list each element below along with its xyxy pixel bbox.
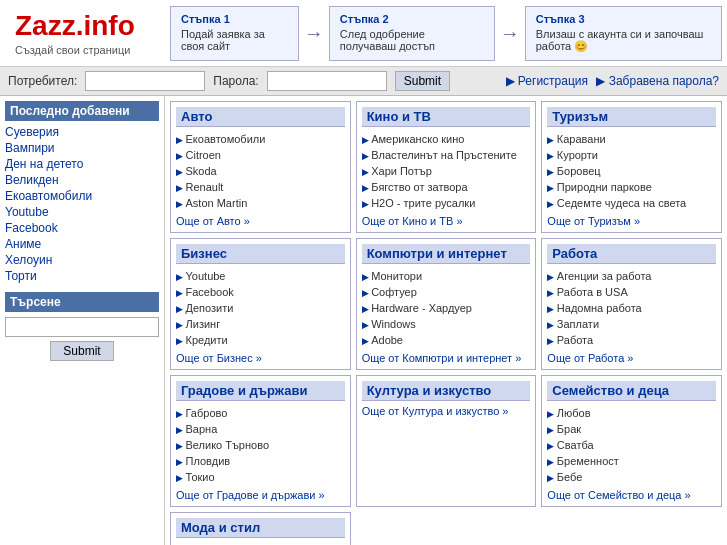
pass-input[interactable] (267, 71, 387, 91)
category-title: Семейство и деца (547, 381, 716, 401)
list-item: H2O - трите русалки (362, 195, 531, 211)
list-item: Aston Martin (176, 195, 345, 211)
category-link[interactable]: Работа (557, 334, 593, 346)
list-item: Бременност (547, 453, 716, 469)
category-link[interactable]: Renault (186, 181, 224, 193)
category-link[interactable]: Надомна работа (557, 302, 642, 314)
search-section: Търсене Търси (5, 292, 159, 361)
steps: Стъпка 1 Подай заявка за своя сайт → Стъ… (170, 5, 722, 61)
category-link[interactable]: Габрово (186, 407, 228, 419)
category-link[interactable]: Хари Потър (371, 165, 432, 177)
category-more-link[interactable]: Още от Кино и ТВ » (362, 215, 463, 227)
category-link[interactable]: Каравани (557, 133, 606, 145)
category-more: Още от Семейство и деца » (547, 489, 716, 501)
category-box: ТуризъмКараваниКурортиБоровецПриродни па… (541, 101, 722, 233)
sidebar-recent-link[interactable]: Вампири (5, 141, 55, 155)
category-link[interactable]: Седемте чудеса на света (557, 197, 686, 209)
category-more-link[interactable]: Още от Семейство и деца » (547, 489, 690, 501)
category-more-link[interactable]: Още от Компютри и интернет » (362, 352, 522, 364)
category-more-link[interactable]: Още от Бизнес » (176, 352, 262, 364)
category-more-link[interactable]: Още от Авто » (176, 215, 250, 227)
category-link[interactable]: Властелинът на Пръстените (371, 149, 517, 161)
category-box: АвтоЕкоавтомобилиCitroenSkodaRenaultAsto… (170, 101, 351, 233)
category-link[interactable]: Любов (557, 407, 591, 419)
list-item: Работа (547, 332, 716, 348)
search-button[interactable]: Търси (50, 341, 113, 361)
category-link[interactable]: Сватба (557, 439, 594, 451)
arrow2: → (500, 22, 520, 45)
step1-text: Подай заявка за своя сайт (181, 28, 288, 52)
category-link[interactable]: Монитори (371, 270, 422, 282)
category-link[interactable]: Citroen (186, 149, 221, 161)
sidebar-recent-item: Вампири (5, 140, 159, 156)
category-link[interactable]: Варна (186, 423, 218, 435)
category-more-link[interactable]: Още от Туризъм » (547, 215, 640, 227)
category-link[interactable]: H2O - трите русалки (371, 197, 475, 209)
category-link[interactable]: Hardware - Хардуер (371, 302, 472, 314)
category-link[interactable]: Youtube (186, 270, 226, 282)
category-title: Кино и ТВ (362, 107, 531, 127)
category-more: Още от Туризъм » (547, 215, 716, 227)
category-link[interactable]: Windows (371, 318, 416, 330)
category-link[interactable]: Facebook (186, 286, 234, 298)
category-link[interactable]: Бременност (557, 455, 619, 467)
category-link[interactable]: Американско кино (371, 133, 464, 145)
sidebar-recent-link[interactable]: Екоавтомобили (5, 189, 92, 203)
category-link[interactable]: Бягство от затвора (371, 181, 467, 193)
category-box: Семейство и децаЛюбовБракСватбаБременнос… (541, 375, 722, 507)
category-link[interactable]: Работа в USA (557, 286, 628, 298)
user-input[interactable] (85, 71, 205, 91)
sidebar-recent-link[interactable]: Торти (5, 269, 37, 283)
category-title: Работа (547, 244, 716, 264)
category-more-link[interactable]: Още от Работа » (547, 352, 633, 364)
list-item: Youtube (176, 268, 345, 284)
category-link[interactable]: Депозити (186, 302, 234, 314)
category-link[interactable]: Софтуер (371, 286, 417, 298)
category-title: Туризъм (547, 107, 716, 127)
sidebar-recent-item: Ден на детето (5, 156, 159, 172)
category-link[interactable]: Лизинг (186, 318, 221, 330)
logo-z: Z (15, 10, 32, 41)
category-link[interactable]: Aston Martin (186, 197, 248, 209)
category-link[interactable]: Боровец (557, 165, 601, 177)
category-link[interactable]: Пловдив (186, 455, 231, 467)
category-box: Мода и стилКозметикаСватбаОблеклоМода (170, 512, 351, 545)
login-button[interactable]: Вход (395, 71, 450, 91)
search-input[interactable] (5, 317, 159, 337)
category-link[interactable]: Токио (186, 471, 215, 483)
forgot-link[interactable]: ▶ Забравена парола? (596, 74, 719, 88)
category-items: ЛюбовБракСватбаБременностБебе (547, 405, 716, 485)
sidebar-recent-link[interactable]: Facebook (5, 221, 58, 235)
header: Zazz.info Създай свои страници Стъпка 1 … (0, 0, 727, 67)
list-item: Каравани (547, 131, 716, 147)
category-link[interactable]: Велико Търново (186, 439, 270, 451)
sidebar-recent-item: Youtube (5, 204, 159, 220)
list-item: Велико Търново (176, 437, 345, 453)
category-link[interactable]: Агенции за работа (557, 270, 652, 282)
category-link[interactable]: Бебе (557, 471, 583, 483)
step2-title: Стъпка 2 (340, 13, 484, 25)
category-items: YoutubeFacebookДепозитиЛизингКредити (176, 268, 345, 348)
sidebar-recent-link[interactable]: Хелоуин (5, 253, 52, 267)
recent-title: Последно добавени (5, 101, 159, 121)
register-link[interactable]: ▶ Регистрация (506, 74, 588, 88)
sidebar-recent-link[interactable]: Суеверия (5, 125, 59, 139)
category-link[interactable]: Skoda (186, 165, 217, 177)
category-link[interactable]: Природни паркове (557, 181, 652, 193)
category-link[interactable]: Курорти (557, 149, 598, 161)
sidebar-recent-item: Суеверия (5, 124, 159, 140)
category-link[interactable]: Брак (557, 423, 581, 435)
sidebar-recent-link[interactable]: Великден (5, 173, 59, 187)
sidebar-recent-link[interactable]: Аниме (5, 237, 41, 251)
logo-rest: azz.info (32, 10, 135, 41)
sidebar-recent-link[interactable]: Youtube (5, 205, 49, 219)
sidebar-recent-link[interactable]: Ден на детето (5, 157, 83, 171)
list-item: Работа в USA (547, 284, 716, 300)
category-box: Компютри и интернетМониториСофтуерHardwa… (356, 238, 537, 370)
category-more-link[interactable]: Още от Градове и държави » (176, 489, 325, 501)
category-link[interactable]: Заплати (557, 318, 599, 330)
category-more-link[interactable]: Още от Култура и изкуство » (362, 405, 509, 417)
category-link[interactable]: Adobe (371, 334, 403, 346)
category-link[interactable]: Екоавтомобили (186, 133, 266, 145)
category-link[interactable]: Кредити (186, 334, 228, 346)
